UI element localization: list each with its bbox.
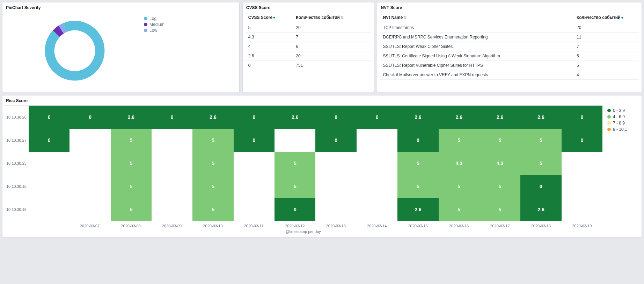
table-row[interactable]: 2.620 [246,51,371,61]
panel-piechart: PieChart Severity [2,2,240,92]
heat-x-tick: 2020-03-12 [275,222,315,228]
heat-cell [234,152,275,175]
heat-cell[interactable]: 0 [397,129,438,152]
heat-x-axis-label: @timestamp per day [4,229,602,234]
heat-cell[interactable]: 0 [152,106,192,129]
heat-cell[interactable]: 5 [397,152,438,175]
pie-legend-item[interactable]: Medium [144,22,236,27]
heat-cell[interactable]: 0 [29,106,69,129]
table-row[interactable]: SSL/TLS: Report Vulnerable Cipher Suites… [380,61,639,70]
col-event-count[interactable]: Количество событий▾ [574,12,639,23]
heat-cell[interactable]: 5 [111,152,152,175]
heat-cell[interactable]: 2.6 [275,106,315,129]
heat-cell[interactable]: 0 [29,129,69,152]
heat-cell[interactable]: 0 [315,106,356,129]
heat-cell[interactable]: 5 [275,152,315,175]
heat-cell[interactable]: 0 [562,129,602,152]
heat-cell[interactable]: 2.6 [520,106,561,129]
legend-swatch-yellow [607,121,611,125]
heat-cell[interactable]: 0 [357,106,397,129]
pie-legend-item[interactable]: Low [144,28,236,33]
heat-cell[interactable]: 5 [192,198,233,221]
heat-cell[interactable]: 5 [439,198,480,221]
heat-legend-item[interactable]: 9 - 10.1 [607,127,639,132]
heat-cell[interactable]: 5 [111,175,152,198]
table-row[interactable]: DCE/RPC and MSRPC Services Enumeration R… [380,33,639,42]
heat-cell[interactable]: 2.6 [192,106,233,129]
cell-count: 20 [293,23,371,33]
donut-chart[interactable] [5,12,144,89]
col-nvt-name[interactable]: NVt Name⇅ [380,12,574,23]
heat-legend-item[interactable]: 7 - 8.9 [607,121,639,126]
nvt-table: NVt Name⇅ Количество событий▾ TCP timest… [380,12,639,80]
heat-cell [562,152,602,175]
heat-cell[interactable]: 2.6 [111,106,152,129]
heat-cell[interactable]: 2.6 [397,198,438,221]
heat-cell [152,175,192,198]
heat-main: 10.10.30.28002.602.602.6002.62.62.62.601… [4,105,602,234]
heat-cell[interactable]: 5 [111,198,152,221]
table-row[interactable]: 46 [246,42,371,51]
table-row[interactable]: SSL/TLS: Report Weak Cipher Suites7 [380,42,639,51]
heat-cell [357,175,397,198]
heat-cell[interactable]: 0 [562,106,602,129]
cell-score: 5 [246,23,293,33]
heat-cell[interactable]: 5 [275,175,315,198]
heat-cell[interactable]: 0 [69,106,110,129]
cell-count: 5 [574,61,639,70]
sort-icon: ⇅ [341,15,344,20]
heat-cell[interactable]: 2.6 [397,106,438,129]
heat-cell[interactable]: 5 [520,129,561,152]
heat-cell[interactable]: 2.6 [439,106,480,129]
nvt-table-scroll[interactable]: NVt Name⇅ Количество событий▾ TCP timest… [380,12,639,80]
svg-point-2 [42,18,108,84]
col-cvss-score[interactable]: CVSS Score▾ [246,12,293,23]
heat-cell[interactable]: 0 [234,129,275,152]
table-row[interactable]: SSL/TLS: Certificate Signed Using A Weak… [380,51,639,61]
heat-cell[interactable]: 5 [192,152,233,175]
col-event-count[interactable]: Количество событий⇅ [293,12,371,23]
table-header-row: NVt Name⇅ Количество событий▾ [380,12,639,23]
cell-count: 7 [574,42,639,51]
table-row[interactable]: Check if Mailserver answer to VRFY and E… [380,70,639,80]
heat-cell[interactable]: 5 [397,175,438,198]
heat-legend-item[interactable]: 0 - 3.9 [607,108,639,113]
cvss-table-scroll[interactable]: CVSS Score▾ Количество событий⇅ 5204.374… [246,12,371,70]
heat-cell [69,175,110,198]
heat-cell[interactable]: 5 [439,175,480,198]
heat-cell[interactable]: 5 [480,198,520,221]
legend-swatch-low [144,29,147,32]
cell-name: SSL/TLS: Report Weak Cipher Suites [380,42,574,51]
cell-name: SSL/TLS: Certificate Signed Using A Weak… [380,51,574,61]
heat-cell[interactable]: 5 [192,175,233,198]
heat-cell[interactable]: 0 [315,129,356,152]
cell-score: 4 [246,42,293,51]
dashboard: PieChart Severity [0,0,644,240]
table-row[interactable]: 4.37 [246,33,371,42]
pie-legend-item[interactable]: Log [144,16,236,21]
table-row[interactable]: 520 [246,23,371,33]
legend-label: Medium [149,22,164,27]
table-row[interactable]: TCP timestamps20 [380,23,639,33]
heat-x-tick: 2020-03-09 [151,222,192,228]
heat-cell[interactable]: 5 [439,129,480,152]
heat-x-tick: 2020-03-18 [520,222,561,228]
heat-cell[interactable]: 5 [111,129,152,152]
heat-x-tick: 2020-03-13 [315,222,356,228]
heat-legend-item[interactable]: 4 - 6.9 [607,114,639,119]
heat-cell[interactable]: 5 [480,129,520,152]
legend-label: Low [149,28,157,33]
heat-cell[interactable]: 2.6 [520,198,561,221]
heatmap-grid[interactable]: 10.10.30.28002.602.602.6002.62.62.62.601… [4,105,602,221]
heat-cell[interactable]: 0 [520,175,561,198]
heat-cell[interactable]: 4.3 [480,152,520,175]
heat-cell[interactable]: 5 [480,175,520,198]
heat-cell[interactable]: 5 [520,152,561,175]
table-row[interactable]: 0751 [246,61,371,70]
heat-cell[interactable]: 0 [275,198,315,221]
heat-cell[interactable]: 2.6 [480,106,520,129]
heat-cell[interactable]: 5 [192,129,233,152]
heat-cell [152,198,192,221]
heat-cell[interactable]: 0 [234,106,275,129]
heat-cell[interactable]: 4.3 [439,152,480,175]
